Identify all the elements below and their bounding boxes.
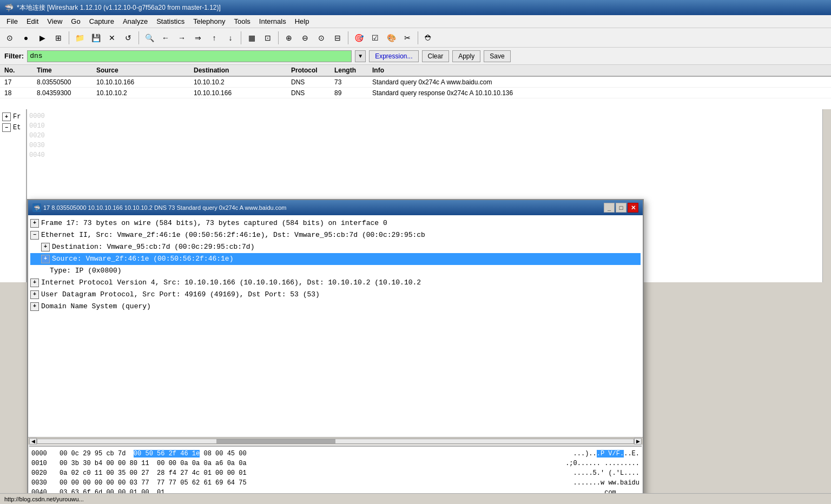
detail-window-title: 17 8.035505000 10.10.10.166 10.10.10.2 D… (43, 204, 602, 211)
minimize-button[interactable]: _ (604, 203, 615, 213)
toolbar-zoom-out[interactable]: ⊖ (298, 30, 313, 45)
toolbar-goto[interactable]: ⇒ (190, 30, 206, 45)
hscroll-thumb (216, 439, 335, 443)
apply-button[interactable]: Apply (452, 50, 480, 62)
menu-file[interactable]: File (2, 16, 22, 26)
toolbar-bottom[interactable]: ↓ (223, 30, 238, 45)
hex-offset-0010: 0010 (31, 459, 53, 468)
tree-row-udp[interactable]: + User Datagram Protocol, Src Port: 4916… (30, 289, 641, 301)
toolbar-capture-options[interactable]: ⊞ (51, 30, 66, 45)
filter-input[interactable] (27, 50, 352, 62)
tree-text-ethernet: Ethernet II, Src: Vmware_2f:46:1e (00:50… (41, 229, 425, 241)
window-controls: _ □ ✕ (604, 203, 638, 213)
left-detail-stub: + Fr − Et (0, 109, 27, 282)
hscroll-track[interactable] (37, 439, 634, 444)
toolbar-reload[interactable]: ↺ (121, 30, 136, 45)
toolbar-display-filter[interactable]: ☑ (367, 30, 382, 45)
hex-offset-0020: 0020 (31, 468, 53, 478)
menu-capture[interactable]: Capture (85, 16, 118, 26)
packet-list-header: No. Time Source Destination Protocol Len… (0, 65, 831, 77)
toolbar-autoscroll[interactable]: ⊡ (260, 30, 275, 45)
toolbar-help[interactable]: ⛑ (421, 30, 436, 45)
toolbar-prefs[interactable]: ✂ (400, 30, 415, 45)
hex-offset-0020: 0020 (29, 131, 820, 141)
toolbar-colorize[interactable]: ▦ (244, 30, 259, 45)
status-bar: http://blog.csdn.net/yurouwu... (0, 493, 831, 504)
menu-internals[interactable]: Internals (255, 16, 291, 26)
tree-row-destination[interactable]: + Destination: Vmware_95:cb:7d (00:0c:29… (30, 241, 641, 253)
toolbar-zoom-reset[interactable]: ⊙ (314, 30, 329, 45)
toolbar-open[interactable]: 📁 (72, 30, 87, 45)
menu-go[interactable]: Go (67, 16, 84, 26)
hex-offset-0030: 0030 (29, 141, 820, 150)
tree-expander-ip: + (30, 278, 39, 287)
main-area: No. Time Source Destination Protocol Len… (0, 65, 831, 282)
menu-edit[interactable]: Edit (22, 16, 43, 26)
packet-dst-18: 10.10.10.166 (192, 89, 289, 97)
menu-telephony[interactable]: Telephony (189, 16, 229, 26)
clear-button[interactable]: Clear (422, 50, 450, 62)
save-button[interactable]: Save (484, 50, 510, 62)
status-text: http://blog.csdn.net/yurouwu... (4, 496, 84, 502)
tree-hscroll[interactable]: ◀ ▶ (28, 437, 643, 445)
toolbar-save[interactable]: 💾 (88, 30, 103, 45)
toolbar-find[interactable]: 🔍 (142, 30, 157, 45)
hex-line-0000: 0000 00 0c 29 95 cb 7d 00 50 56 2f 46 1e… (31, 449, 639, 459)
menu-tools[interactable]: Tools (229, 16, 254, 26)
toolbar-close[interactable]: ✕ (104, 30, 120, 45)
left-detail-ethernet-text: Et (13, 124, 21, 131)
left-detail-frame-text: Fr (13, 113, 21, 121)
packet-time-17: 8.03550500 (35, 78, 94, 86)
menu-help[interactable]: Help (291, 16, 314, 26)
hex-line-0010: 0010 00 3b 30 b4 00 00 80 11 00 00 0a 0a… (31, 459, 639, 468)
tree-row-ethernet[interactable]: − Ethernet II, Src: Vmware_2f:46:1e (00:… (30, 229, 641, 241)
tree-row-type[interactable]: Type: IP (0x0800) (30, 265, 641, 277)
restore-button[interactable]: □ (616, 203, 626, 213)
packet-list: 17 8.03550500 10.10.10.166 10.10.10.2 DN… (0, 77, 831, 109)
hscroll-right-btn[interactable]: ▶ (634, 438, 642, 445)
packet-row-18[interactable]: 18 8.04359300 10.10.10.2 10.10.10.166 DN… (0, 88, 831, 98)
detail-window-icon: 🦈 (32, 203, 41, 212)
toolbar-start-capture[interactable]: ⊙ (2, 30, 17, 45)
tree-row-frame[interactable]: + Frame 17: 73 bytes on wire (584 bits),… (30, 217, 641, 229)
tree-text-type: Type: IP (0x0800) (50, 265, 122, 277)
filter-label: Filter: (4, 52, 24, 60)
menu-analyze[interactable]: Analyze (118, 16, 152, 26)
close-button[interactable]: ✕ (628, 203, 638, 213)
packet-row-17[interactable]: 17 8.03550500 10.10.10.166 10.10.10.2 DN… (0, 77, 831, 88)
expression-button[interactable]: Expression... (369, 50, 418, 62)
detail-window-titlebar: 🦈 17 8.035505000 10.10.10.166 10.10.10.2… (28, 200, 643, 215)
toolbar-sep4 (278, 31, 279, 44)
tree-expander-udp: + (30, 290, 39, 299)
toolbar-resize[interactable]: ⊟ (330, 30, 345, 45)
tree-text-dns: Domain Name System (query) (41, 301, 151, 313)
toolbar-restart-capture[interactable]: ▶ (35, 30, 50, 45)
detail-tree: + Frame 17: 73 bytes on wire (584 bits),… (28, 215, 643, 437)
hscroll-left-btn[interactable]: ◀ (29, 438, 37, 445)
tree-row-ip[interactable]: + Internet Protocol Version 4, Src: 10.1… (30, 277, 641, 289)
menu-view[interactable]: View (43, 16, 67, 26)
hex-highlighted-ascii: .P V/F. (597, 450, 624, 457)
hex-offset-0000: 0000 (31, 449, 53, 459)
left-detail-frame[interactable]: + Fr (2, 111, 24, 122)
packet-no-17: 17 (2, 78, 35, 86)
packet-info-17: Standard query 0x274c A www.baidu.com (370, 78, 829, 86)
col-header-protocol: Protocol (289, 67, 332, 74)
toolbar-zoom-in[interactable]: ⊕ (281, 30, 296, 45)
toolbar-forward[interactable]: → (174, 30, 189, 45)
toolbar-capture-filter[interactable]: 🎯 (351, 30, 366, 45)
menu-statistics[interactable]: Statistics (152, 16, 189, 26)
packet-no-18: 18 (2, 89, 35, 97)
hex-line-0030: 0030 00 00 00 00 00 00 03 77 77 77 05 62… (31, 478, 639, 488)
left-detail-ethernet[interactable]: − Et (2, 122, 24, 133)
hex-offset-0010: 0010 (29, 121, 820, 131)
toolbar-top[interactable]: ↑ (207, 30, 222, 45)
right-scrollbar[interactable] (822, 109, 831, 282)
hex-ascii-0020: .....5.' (.'L.... (547, 468, 639, 478)
tree-row-source[interactable]: + Source: Vmware_2f:46:1e (00:50:56:2f:4… (30, 253, 641, 265)
toolbar-colorize-rules[interactable]: 🎨 (384, 30, 399, 45)
filter-dropdown-button[interactable]: ▼ (355, 50, 366, 62)
tree-row-dns[interactable]: + Domain Name System (query) (30, 301, 641, 313)
toolbar-back[interactable]: ← (158, 30, 173, 45)
toolbar-stop-capture[interactable]: ● (18, 30, 34, 45)
